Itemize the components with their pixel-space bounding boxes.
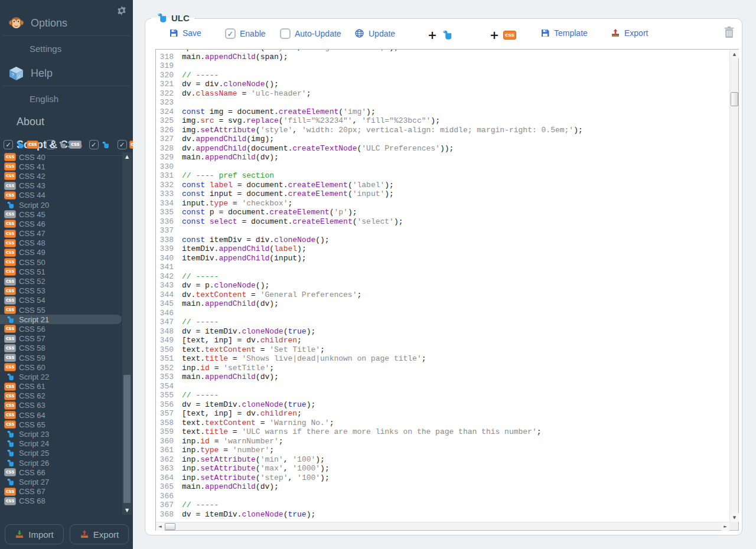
code-line[interactable]: 355// -----: [156, 391, 729, 400]
code-line[interactable]: 334input.type = 'checkbox';: [156, 199, 729, 208]
code-line[interactable]: 368dv = itemDiv.cloneNode(true);: [156, 510, 729, 519]
save-button[interactable]: Save: [169, 28, 201, 38]
code-line[interactable]: 345main.appendChild(dv);: [156, 299, 729, 309]
code-line[interactable]: 356dv = itemDiv.cloneNode(true);: [156, 400, 729, 410]
code-line[interactable]: 330: [156, 162, 729, 172]
vscroll-down-icon[interactable]: ▼: [730, 513, 739, 522]
gear-icon[interactable]: [116, 5, 127, 16]
list-item[interactable]: Script 25: [0, 449, 122, 458]
list-item[interactable]: Script 23: [0, 429, 122, 439]
code-line[interactable]: 342// -----: [156, 272, 729, 282]
list-item[interactable]: Script 21: [0, 315, 122, 324]
vscroll-thumb[interactable]: [731, 92, 738, 106]
import-button[interactable]: Import: [5, 524, 64, 544]
code-line[interactable]: 321dv = div.cloneNode();: [156, 80, 729, 89]
code-line[interactable]: 322dv.className = 'ulc-header';: [156, 89, 729, 99]
list-item[interactable]: cssCSS 68: [0, 496, 122, 506]
list-item[interactable]: Script 22: [0, 372, 122, 381]
enable-checkbox[interactable]: ✓Enable: [225, 28, 266, 39]
vscroll-up-icon[interactable]: ▲: [730, 50, 739, 58]
list-item[interactable]: cssCSS 46: [0, 219, 122, 228]
nav-english[interactable]: English: [0, 86, 133, 104]
scroll-down-icon[interactable]: ▼: [122, 508, 132, 513]
nav-help[interactable]: ?/ Help: [2, 66, 131, 86]
list-item[interactable]: cssCSS 52: [0, 276, 122, 286]
code-line[interactable]: 337: [156, 226, 729, 236]
list-item[interactable]: cssCSS 45: [0, 210, 122, 219]
code-line[interactable]: 350text.textContent = 'Set Title';: [156, 345, 729, 355]
code-line[interactable]: 320// -----: [156, 71, 729, 80]
export-button[interactable]: Export: [611, 28, 648, 38]
code-line[interactable]: 352inp.id = 'setTitle';: [156, 364, 729, 373]
code-line[interactable]: 318main.appendChild(span);: [156, 53, 729, 62]
code-line[interactable]: 358text.textContent = 'Warning No.';: [156, 419, 729, 428]
code-line[interactable]: 347// -----: [156, 318, 729, 327]
code-line[interactable]: 354: [156, 382, 729, 391]
code-line[interactable]: 335const p = document.createElement('p')…: [156, 208, 729, 217]
filter-checkbox[interactable]: ✓: [118, 140, 127, 149]
list-item[interactable]: cssCSS 63: [0, 401, 122, 410]
code-line[interactable]: 361inp.type = 'number';: [156, 446, 729, 455]
code-line[interactable]: 351text.title = 'Shows live|dead|unknown…: [156, 354, 729, 364]
code-line[interactable]: 346: [156, 309, 729, 318]
sidebar-scrollbar-thumb[interactable]: [123, 375, 131, 503]
list-item[interactable]: cssCSS 58: [0, 344, 122, 353]
code-line[interactable]: 319: [156, 61, 729, 71]
filter-toggle-2[interactable]: ✓: [89, 140, 110, 149]
hscroll-left-icon[interactable]: ◄: [156, 522, 164, 531]
nav-about[interactable]: About: [0, 104, 133, 128]
code-editor[interactable]: 317span.setAttribute('style', 'margin: 0…: [155, 49, 739, 531]
list-item[interactable]: cssCSS 56: [0, 324, 122, 334]
list-item[interactable]: cssCSS 50: [0, 257, 122, 267]
filter-checkbox[interactable]: ✓: [46, 140, 56, 149]
template-button[interactable]: Template: [540, 28, 588, 38]
code-line[interactable]: 340itemDiv.appendChild(input);: [156, 254, 729, 263]
add-css-button[interactable]: +css: [490, 28, 516, 41]
editor-hscrollbar[interactable]: ◄ ►: [156, 522, 729, 530]
code-line[interactable]: 327dv.appendChild(img);: [156, 135, 729, 144]
list-item[interactable]: cssCSS 53: [0, 286, 122, 296]
list-item[interactable]: cssCSS 44: [0, 191, 122, 200]
code-line[interactable]: 362inp.setAttribute('min', '100');: [156, 455, 729, 465]
code-lines[interactable]: 317span.setAttribute('style', 'margin: 0…: [156, 50, 729, 522]
code-line[interactable]: 348dv = itemDiv.cloneNode(true);: [156, 327, 729, 336]
editor-vscrollbar[interactable]: ▲ ▼: [729, 50, 738, 522]
code-line[interactable]: 367// -----: [156, 501, 729, 510]
list-item[interactable]: cssCSS 54: [0, 296, 122, 305]
list-item[interactable]: cssCSS 61: [0, 382, 122, 391]
auto-update-checkbox[interactable]: Auto-Update: [280, 28, 341, 39]
hscroll-right-icon[interactable]: ►: [721, 522, 729, 531]
code-line[interactable]: 324const img = document.createElement('i…: [156, 107, 729, 117]
sidebar-scrollbar[interactable]: ▲ ▼: [122, 152, 132, 515]
code-line[interactable]: 349[text, inp] = dv.children;: [156, 336, 729, 345]
code-line[interactable]: 332const label = document.createElement(…: [156, 181, 729, 190]
nav-settings[interactable]: Settings: [0, 36, 133, 54]
list-item[interactable]: cssCSS 67: [0, 487, 122, 496]
export-sidebar-button[interactable]: Export: [70, 524, 129, 544]
code-line[interactable]: 341: [156, 263, 729, 272]
list-item[interactable]: cssCSS 48: [0, 238, 122, 248]
checkbox-checked[interactable]: ✓: [225, 28, 236, 39]
list-item[interactable]: cssCSS 60: [0, 362, 122, 372]
update-button[interactable]: Update: [354, 28, 395, 38]
code-line[interactable]: 363inp.setAttribute('max', '1000');: [156, 464, 729, 473]
trash-icon[interactable]: [724, 26, 735, 39]
code-line[interactable]: 338const itemDiv = div.cloneNode();: [156, 236, 729, 245]
list-item[interactable]: cssCSS 66: [0, 468, 122, 477]
code-line[interactable]: 326img.setAttribute('style', 'width: 20p…: [156, 126, 729, 135]
code-line[interactable]: 365main.appendChild(dv);: [156, 482, 729, 492]
code-line[interactable]: 353main.appendChild(dv);: [156, 372, 729, 382]
list-item[interactable]: cssCSS 57: [0, 334, 122, 344]
code-line[interactable]: 360inp.id = 'warnNumber';: [156, 437, 729, 446]
list-item[interactable]: cssCSS 41: [0, 162, 122, 171]
list-item[interactable]: cssCSS 49: [0, 248, 122, 257]
nav-options[interactable]: Options: [2, 15, 131, 36]
code-line[interactable]: 357[text, inp] = dv.children;: [156, 409, 729, 419]
list-item[interactable]: Script 20: [0, 200, 122, 210]
code-line[interactable]: 323: [156, 98, 729, 107]
list-item[interactable]: cssCSS 59: [0, 353, 122, 362]
code-line[interactable]: 339itemDiv.appendChild(label);: [156, 244, 729, 254]
list-item[interactable]: Script 24: [0, 439, 122, 449]
list-item[interactable]: cssCSS 42: [0, 171, 122, 181]
code-line[interactable]: 359text.title = 'ULC warns if there are …: [156, 427, 729, 437]
